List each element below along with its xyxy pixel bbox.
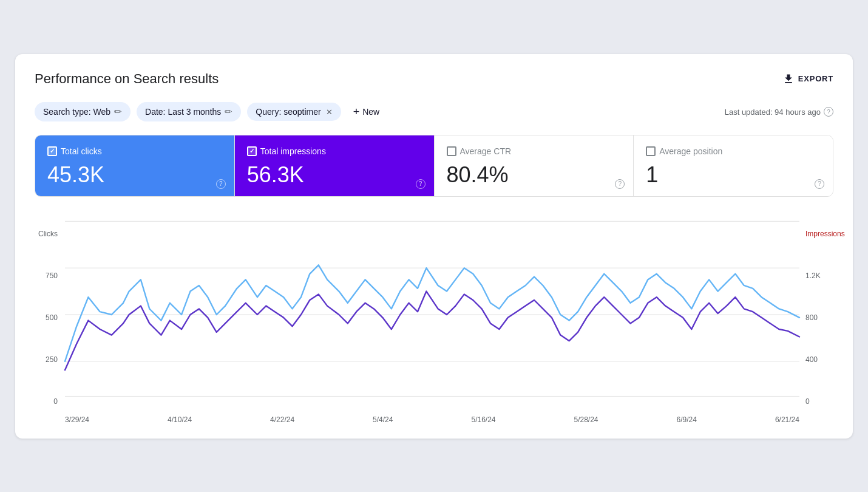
chart-svg [65,217,799,412]
x-label-5: 5/16/24 [471,415,495,424]
position-value: 1 [646,162,821,188]
x-label-8: 6/21/24 [775,415,799,424]
metrics-row: Total clicks 45.3K ? Total impressions 5… [35,135,833,197]
header-row: Performance on Search results EXPORT [35,71,833,87]
y-left-tick-0: 0 [35,397,58,406]
x-label-7: 6/9/24 [677,415,697,424]
impressions-line [65,291,799,370]
clicks-help: ? [216,177,226,189]
y-left-tick-750: 750 [35,272,58,280]
position-help: ? [815,177,824,189]
x-label-6: 5/28/24 [574,415,598,424]
clicks-value: 45.3K [47,162,222,188]
metric-avg-position[interactable]: Average position 1 ? [634,135,833,196]
export-icon [782,73,795,85]
metric-position-label: Average position [646,146,821,156]
x-label-1: 3/29/24 [65,415,89,424]
metric-avg-ctr[interactable]: Average CTR 80.4% ? [435,135,634,196]
x-labels: 3/29/24 4/10/24 4/22/24 5/4/24 5/16/24 5… [65,415,799,424]
export-label: EXPORT [798,74,833,83]
impressions-help-icon[interactable]: ? [416,179,426,189]
metric-ctr-label: Average CTR [447,146,622,156]
clicks-help-icon[interactable]: ? [216,179,226,189]
date-filter[interactable]: Date: Last 3 months ✏ [137,102,241,121]
page-title: Performance on Search results [35,71,219,87]
y-left-tick-500: 500 [35,313,58,322]
position-help-icon[interactable]: ? [815,179,824,189]
main-card: Performance on Search results EXPORT Sea… [15,54,853,439]
y-right-tick-0: 0 [805,397,833,406]
new-label: New [362,107,379,117]
date-label: Date: Last 3 months [145,107,221,117]
edit-icon: ✏ [114,106,122,117]
ctr-checkbox[interactable] [447,146,456,156]
chart-area: Clicks 750 500 250 0 Impressions 1.2K 80… [35,202,833,424]
y-left-label: Clicks [35,230,58,238]
y-right-tick-800: 800 [805,313,833,322]
close-icon: ✕ [326,108,333,117]
x-label-4: 5/4/24 [373,415,393,424]
last-updated: Last updated: 94 hours ago ? [725,107,833,117]
query-label: Query: seoptimer [256,107,320,117]
new-filter-button[interactable]: + New [347,101,386,123]
clicks-line [65,265,799,361]
plus-icon: + [353,106,360,118]
search-type-label: Search type: Web [43,107,110,117]
x-label-2: 4/10/24 [168,415,192,424]
clicks-checkbox[interactable] [47,146,57,156]
query-filter[interactable]: Query: seoptimer ✕ [247,103,341,121]
last-updated-help-icon[interactable]: ? [824,107,833,117]
ctr-help: ? [615,177,625,189]
impressions-help: ? [416,177,426,189]
export-button[interactable]: EXPORT [782,73,833,85]
impressions-value: 56.3K [247,162,422,188]
metric-clicks-label: Total clicks [47,146,222,156]
ctr-help-icon[interactable]: ? [615,179,625,189]
y-right-label: Impressions [805,230,833,238]
filter-row: Search type: Web ✏ Date: Last 3 months ✏… [35,101,833,123]
metric-total-clicks[interactable]: Total clicks 45.3K ? [35,135,235,196]
x-label-3: 4/22/24 [270,415,294,424]
y-right-tick-400: 400 [805,355,833,364]
metric-total-impressions[interactable]: Total impressions 56.3K ? [235,135,435,196]
y-left-tick-250: 250 [35,355,58,364]
ctr-value: 80.4% [447,162,622,188]
metric-impressions-label: Total impressions [247,146,422,156]
y-right-tick-12k: 1.2K [805,272,833,280]
position-checkbox[interactable] [646,146,656,156]
edit-icon-date: ✏ [225,106,232,117]
impressions-checkbox[interactable] [247,146,257,156]
search-type-filter[interactable]: Search type: Web ✏ [35,102,131,121]
